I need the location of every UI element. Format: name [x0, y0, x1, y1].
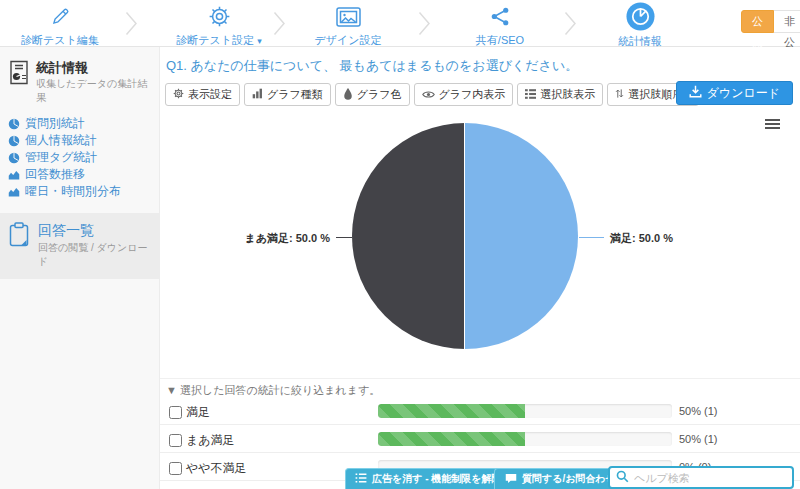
sidebar-header: 統計情報 収集したデータの集計結果 — [0, 47, 159, 111]
answer-checkbox-somewhat-dissatisfied[interactable]: やや不満足 — [169, 460, 247, 477]
nav-step-share-seo[interactable]: 共有/SEO — [445, 3, 555, 48]
sidebar-item-question-stats[interactable]: 質問別統計 — [8, 115, 159, 132]
clipboard-icon — [8, 222, 30, 269]
nav-step-edit-test[interactable]: 診断テスト編集 — [5, 3, 115, 48]
area-chart-icon — [8, 169, 20, 181]
tint-icon — [343, 88, 353, 102]
sidebar-item-tag-stats[interactable]: 管理タグ統計 — [8, 149, 159, 166]
nav-step-label: デザイン設定 — [314, 34, 381, 46]
answer-percent: 50% (1) — [679, 405, 718, 417]
chevron-right-icon — [564, 11, 577, 40]
speech-bubble-icon — [505, 473, 517, 486]
question-title: Q1. あなたの仕事について、 最もあてはまるものをお選びください。 — [166, 57, 578, 75]
download-icon — [689, 85, 702, 101]
list-icon — [525, 89, 536, 101]
sidebar: 統計情報 収集したデータの集計結果 質問別統計 個人情報統計 管理タグ統計 回答… — [0, 47, 160, 489]
main-content: Q1. あなたの仕事について、 最もあてはまるものをお選びください。 表示設定 … — [160, 47, 800, 489]
sidebar-subtitle: 収集したデータの集計結果 — [36, 77, 153, 105]
top-navigation: 診断テスト編集 診断テスト設定 ▾ デザイン設定 共有/SEO — [0, 0, 800, 47]
chart-color-button[interactable]: グラフ色 — [335, 83, 410, 106]
pie-chart[interactable] — [352, 123, 578, 349]
progress-track — [378, 432, 672, 446]
answer-checkbox-somewhat-satisfied[interactable]: まあ満足 — [169, 432, 235, 449]
display-settings-button[interactable]: 表示設定 — [165, 83, 240, 106]
answers-list-link[interactable]: 回答一覧 — [38, 222, 153, 239]
nav-step-label: 診断テスト設定 ▾ — [176, 34, 261, 46]
download-button[interactable]: ダウンロード — [676, 81, 793, 105]
publish-button-group: 公開 非公開 — [741, 10, 800, 33]
pie-data-label-right: 満足: 50.0 % — [610, 231, 673, 246]
answer-percent: 50% (1) — [679, 433, 718, 445]
sidebar-answers-text: 回答一覧 回答の閲覧 / ダウンロード — [38, 222, 153, 269]
sidebar-answers-section[interactable]: 回答一覧 回答の閲覧 / ダウンロード — [0, 213, 159, 279]
nav-step-label: 共有/SEO — [476, 34, 524, 46]
contact-button[interactable]: 質問する/お問合わせ — [494, 468, 627, 489]
answers-list-subtitle: 回答の閲覧 / ダウンロード — [38, 241, 153, 269]
gear-icon — [173, 88, 184, 101]
sidebar-links: 質問別統計 個人情報統計 管理タグ統計 回答数推移 曜日・時間別分布 — [0, 111, 159, 200]
nav-step-label: 統計情報 — [618, 35, 662, 47]
pie-chart-icon — [8, 152, 20, 164]
sidebar-header-text: 統計情報 収集したデータの集計結果 — [36, 60, 153, 105]
page: 診断テスト編集 診断テスト設定 ▾ デザイン設定 共有/SEO — [0, 0, 800, 489]
pie-chart-icon — [585, 2, 695, 31]
help-search-input[interactable] — [634, 472, 786, 484]
help-search-box — [608, 466, 794, 489]
progress-track — [378, 404, 672, 418]
list-icon — [355, 473, 367, 485]
pie-connector-right — [579, 237, 604, 238]
nav-step-design-settings[interactable]: デザイン設定 — [293, 3, 403, 48]
pie-connector-left — [336, 237, 352, 238]
chevron-right-icon — [125, 11, 138, 40]
chart-label-display-button[interactable]: グラフ内表示 — [414, 83, 514, 106]
chart-type-button[interactable]: グラフ種類 — [244, 83, 331, 106]
caret-down-icon: ▾ — [257, 36, 262, 46]
checkbox[interactable] — [169, 462, 182, 475]
filter-note: ▼ 選択した回答の統計に絞り込まれます。 — [166, 383, 380, 398]
pie-chart-icon — [8, 135, 20, 147]
sidebar-item-personal-stats[interactable]: 個人情報統計 — [8, 132, 159, 149]
chart-toolbar: 表示設定 グラフ種類 グラフ色 グラフ内表示 選択肢表示 選択肢順序 ▾ — [165, 83, 699, 106]
unpublish-button[interactable]: 非公開 — [774, 10, 800, 33]
nav-step-label: 診断テスト編集 — [21, 34, 99, 46]
share-icon — [445, 3, 555, 30]
sidebar-item-answer-trend[interactable]: 回答数推移 — [8, 166, 159, 183]
sidebar-title: 統計情報 — [36, 60, 153, 75]
answer-checkbox-satisfied[interactable]: 満足 — [169, 404, 210, 421]
answer-row: まあ満足 50% (1) — [160, 425, 800, 453]
sidebar-item-day-time-distribution[interactable]: 曜日・時間別分布 — [8, 183, 159, 200]
bar-chart-icon — [252, 88, 263, 101]
stats-document-icon — [8, 60, 30, 105]
sort-icon — [615, 88, 624, 101]
progress-bar — [378, 432, 525, 446]
eye-icon — [422, 89, 435, 101]
pie-data-label-left: まあ満足: 50.0 % — [200, 231, 330, 246]
chevron-right-icon — [273, 11, 286, 40]
publish-button[interactable]: 公開 — [741, 10, 774, 33]
checkbox[interactable] — [169, 406, 182, 419]
progress-bar — [378, 404, 525, 418]
checkbox[interactable] — [169, 434, 182, 447]
nav-step-test-settings[interactable]: 診断テスト設定 ▾ — [164, 3, 274, 48]
pie-slice-border — [464, 123, 465, 349]
search-icon — [616, 469, 629, 487]
answer-row: 満足 50% (1) — [160, 397, 800, 425]
chevron-right-icon — [418, 11, 431, 40]
pie-chart-icon — [8, 118, 20, 130]
image-icon — [293, 3, 403, 30]
gear-icon — [164, 3, 274, 30]
area-chart-icon — [8, 186, 20, 198]
pencil-icon — [5, 3, 115, 30]
chart-menu-icon[interactable] — [765, 119, 780, 131]
divider — [160, 378, 800, 379]
nav-step-statistics[interactable]: 統計情報 — [585, 2, 695, 49]
chart-area — [352, 123, 578, 349]
choice-display-button[interactable]: 選択肢表示 — [517, 83, 603, 106]
